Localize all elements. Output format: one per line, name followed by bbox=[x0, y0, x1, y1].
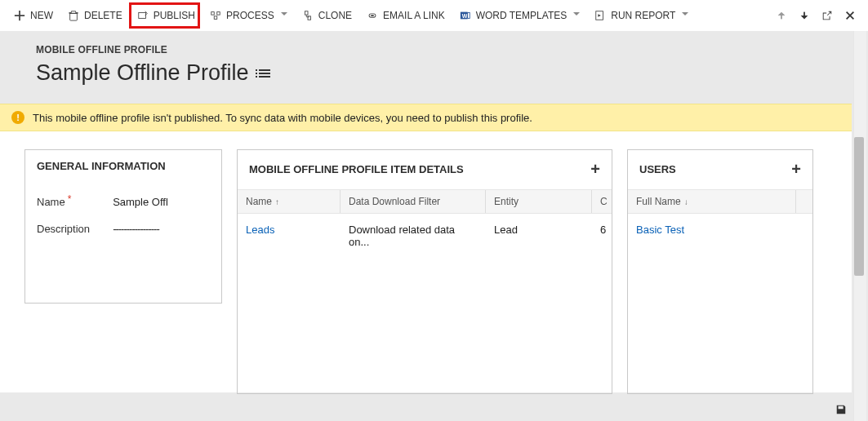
word-templates-button[interactable]: W WORD TEMPLATES bbox=[452, 0, 588, 31]
users-heading: USERS bbox=[639, 163, 676, 175]
page-title-row: Sample Offline Profile bbox=[36, 60, 868, 86]
title-menu-icon[interactable] bbox=[259, 69, 270, 78]
svg-rect-4 bbox=[305, 11, 308, 14]
word-icon: W bbox=[460, 10, 471, 21]
process-button[interactable]: PROCESS bbox=[203, 0, 295, 31]
name-field[interactable]: Sample Offl bbox=[113, 196, 210, 208]
clone-label: CLONE bbox=[318, 10, 352, 21]
publish-button[interactable]: PUBLISH bbox=[130, 0, 203, 31]
item-entity: Lead bbox=[486, 214, 592, 258]
user-name-link[interactable]: Basic Test bbox=[628, 214, 692, 246]
general-heading: GENERAL INFORMATION bbox=[25, 150, 221, 183]
description-label: Description bbox=[37, 223, 113, 235]
svg-rect-2 bbox=[217, 11, 220, 15]
items-col-entity[interactable]: Entity bbox=[486, 190, 592, 213]
svg-rect-11 bbox=[803, 11, 805, 16]
page-title: Sample Offline Profile bbox=[36, 60, 249, 86]
publish-icon bbox=[137, 10, 149, 21]
general-panel: GENERAL INFORMATION Name Sample Offl Des… bbox=[24, 149, 222, 304]
chevron-down-icon bbox=[281, 12, 287, 19]
scrollbar-track[interactable] bbox=[853, 31, 866, 421]
users-panel: USERS + Full Name↓ Basic Test bbox=[627, 149, 813, 394]
add-item-button[interactable]: + bbox=[590, 160, 600, 179]
header-block: MOBILE OFFLINE PROFILE Sample Offline Pr… bbox=[0, 31, 868, 86]
process-label: PROCESS bbox=[226, 10, 274, 21]
word-templates-label: WORD TEMPLATES bbox=[476, 10, 568, 21]
new-button[interactable]: NEW bbox=[7, 0, 60, 31]
item-created: 6 bbox=[592, 214, 608, 258]
svg-rect-1 bbox=[211, 11, 215, 15]
notification-text: This mobile offline profile isn't publis… bbox=[33, 112, 532, 124]
name-label: Name bbox=[37, 196, 113, 208]
breadcrumb: MOBILE OFFLINE PROFILE bbox=[36, 44, 868, 55]
nav-down-button[interactable] bbox=[793, 0, 816, 31]
add-user-button[interactable]: + bbox=[791, 160, 801, 179]
publish-label: PUBLISH bbox=[154, 10, 195, 21]
notification-bar: ! This mobile offline profile isn't publ… bbox=[0, 104, 852, 131]
table-row[interactable]: Leads Download related data on... Lead 6 bbox=[238, 214, 612, 258]
plus-icon bbox=[14, 10, 25, 21]
email-link-label: EMAIL A LINK bbox=[383, 10, 445, 21]
users-col-fullname[interactable]: Full Name↓ bbox=[628, 190, 796, 213]
clone-icon bbox=[302, 10, 314, 21]
close-button[interactable] bbox=[839, 0, 861, 31]
form-content: GENERAL INFORMATION Name Sample Offl Des… bbox=[0, 131, 852, 392]
svg-rect-8 bbox=[467, 12, 470, 18]
chevron-down-icon bbox=[573, 12, 580, 19]
items-panel: MOBILE OFFLINE PROFILE ITEM DETAILS + Na… bbox=[237, 149, 612, 394]
svg-rect-10 bbox=[781, 15, 782, 19]
users-col-spacer bbox=[796, 190, 812, 213]
command-bar: NEW DELETE PUBLISH PROCESS CLONE EMAIL A… bbox=[0, 0, 868, 31]
items-table-header: Name↑ Data Download Filter Entity C bbox=[238, 189, 612, 214]
table-row[interactable]: Basic Test bbox=[628, 214, 812, 246]
chevron-down-icon bbox=[682, 12, 688, 19]
description-field[interactable]: ----------------- bbox=[113, 223, 210, 235]
svg-text:W: W bbox=[461, 12, 467, 18]
items-col-name[interactable]: Name↑ bbox=[238, 190, 341, 213]
scrollbar-thumb[interactable] bbox=[854, 137, 864, 276]
delete-label: DELETE bbox=[84, 10, 122, 21]
items-heading: MOBILE OFFLINE PROFILE ITEM DETAILS bbox=[249, 163, 464, 175]
toolbar-right bbox=[770, 0, 861, 31]
new-label: NEW bbox=[30, 10, 53, 21]
users-table-header: Full Name↓ bbox=[628, 189, 812, 214]
items-col-filter[interactable]: Data Download Filter bbox=[341, 190, 486, 213]
process-icon bbox=[210, 10, 221, 21]
svg-rect-0 bbox=[138, 12, 145, 18]
clone-button[interactable]: CLONE bbox=[295, 0, 359, 31]
popout-button[interactable] bbox=[816, 0, 839, 31]
svg-rect-3 bbox=[214, 16, 217, 19]
delete-button[interactable]: DELETE bbox=[60, 0, 130, 31]
items-col-created[interactable]: C bbox=[592, 190, 608, 213]
sort-desc-icon: ↓ bbox=[684, 197, 688, 206]
report-icon bbox=[594, 10, 606, 21]
run-report-button[interactable]: RUN REPORT bbox=[587, 0, 696, 31]
warning-icon: ! bbox=[11, 111, 24, 124]
trash-icon bbox=[68, 10, 79, 21]
nav-up-button[interactable] bbox=[770, 0, 793, 31]
run-report-label: RUN REPORT bbox=[611, 10, 675, 21]
save-button[interactable] bbox=[835, 404, 847, 418]
sort-asc-icon: ↑ bbox=[275, 197, 279, 206]
link-icon bbox=[367, 10, 378, 21]
item-filter: Download related data on... bbox=[341, 214, 486, 258]
item-name-link[interactable]: Leads bbox=[238, 214, 341, 258]
email-link-button[interactable]: EMAIL A LINK bbox=[359, 0, 452, 31]
main-area: MOBILE OFFLINE PROFILE Sample Offline Pr… bbox=[0, 31, 868, 421]
